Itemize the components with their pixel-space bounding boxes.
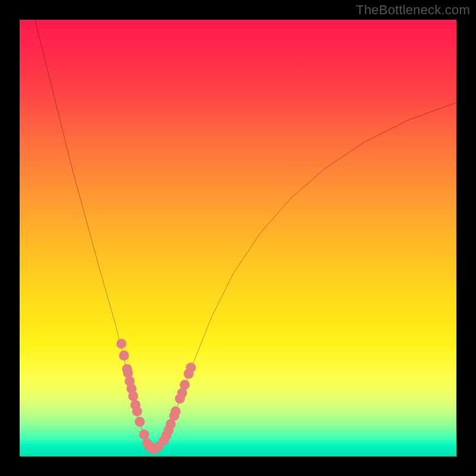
bottleneck-curve [35, 20, 456, 452]
highlight-dot [171, 406, 181, 416]
highlight-dots [117, 339, 196, 454]
highlight-dot [132, 406, 142, 416]
curve-svg [20, 20, 456, 456]
watermark-text: TheBottleneck.com [356, 2, 470, 18]
highlight-dot [117, 339, 127, 349]
highlight-dot [139, 430, 149, 440]
chart-frame: TheBottleneck.com [0, 0, 476, 476]
highlight-dot [128, 391, 138, 401]
highlight-dot [119, 350, 129, 361]
highlight-dot [123, 368, 133, 378]
highlight-dot [186, 363, 196, 373]
highlight-dot [180, 380, 190, 390]
highlight-dot [134, 417, 145, 427]
plot-area [20, 20, 456, 456]
